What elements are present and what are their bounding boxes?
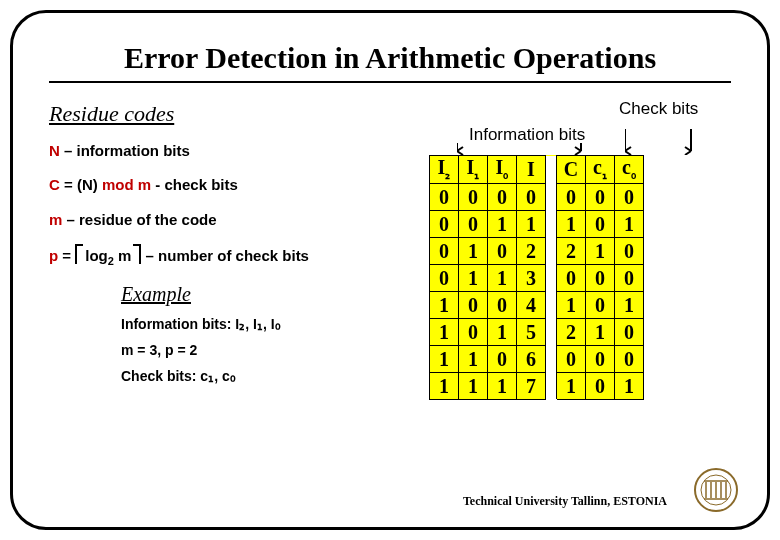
table-cell: 0 [459,184,488,211]
def-n-text: – information bits [60,142,190,159]
svg-line-9 [625,151,631,155]
table-gap [546,211,557,238]
table-cell: 0 [557,265,586,292]
university-seal-icon [693,467,739,513]
table-cell: 0 [586,184,615,211]
svg-line-5 [575,151,581,155]
svg-line-11 [685,151,691,155]
table-labels: Check bits Information bits [429,101,731,155]
table-cell: 1 [586,319,615,346]
col-header: I₁ [459,156,488,184]
example-check-values: c₁, c₀ [200,368,235,384]
col-header: C [557,156,586,184]
table-cell: 1 [430,292,459,319]
table-cell: 1 [488,373,517,400]
table-cell: 0 [430,265,459,292]
example-check-label: Check bits: [121,368,200,384]
table-cell: 0 [430,184,459,211]
symbol-p: p [49,247,58,264]
table-cell: 1 [557,211,586,238]
table-cell: 1 [615,292,644,319]
footer-text: Technical University Tallinn, ESTONIA [463,494,667,509]
table-cell: 0 [488,292,517,319]
table-cell: 2 [517,238,546,265]
table-cell: 0 [586,211,615,238]
def-m-text: – residue of the code [62,211,216,228]
table-cell: 1 [459,265,488,292]
slide-frame: Error Detection in Arithmetic Operations… [10,10,770,530]
slide-title: Error Detection in Arithmetic Operations [49,41,731,75]
table-cell: 5 [517,319,546,346]
log-arg: m [114,247,132,264]
table-cell: 0 [615,319,644,346]
table-gap [546,265,557,292]
table-row: 1106000 [430,346,644,373]
right-column: Check bits Information bits [419,101,731,400]
ceil-left-icon [75,244,83,264]
table-cell: 0 [586,373,615,400]
log-text: log [85,247,108,264]
symbol-m: m [49,211,62,228]
table-gap [546,184,557,211]
table-cell: 1 [615,373,644,400]
col-header: I [517,156,546,184]
table-cell: 1 [557,292,586,319]
left-column: Residue codes N – information bits C = (… [49,101,419,384]
table-cell: 0 [459,211,488,238]
table-gap [546,156,557,184]
example-mp: m = 3, p = 2 [121,342,419,358]
table-cell: 1 [488,211,517,238]
table-row: 1004101 [430,292,644,319]
table-cell: 1 [615,211,644,238]
col-header: I₀ [488,156,517,184]
symbol-c: C [49,176,60,193]
col-header: c₁ [586,156,615,184]
definition-p: p = log2 m – number of check bits [49,244,419,269]
example-block: Example Information bits: I₂, I₁, I₀ m =… [121,283,419,384]
table-cell: 0 [586,265,615,292]
table-cell: 0 [488,238,517,265]
table-cell: 0 [557,184,586,211]
mod-m: mod m [102,176,155,193]
table-row: 1117101 [430,373,644,400]
table-cell: 0 [615,265,644,292]
table-gap [546,346,557,373]
table-cell: 3 [517,265,546,292]
col-header: I₂ [430,156,459,184]
col-header: c₀ [615,156,644,184]
info-bracket-icon [457,109,585,153]
table-cell: 0 [488,346,517,373]
def-c-text1: = (N) [60,176,102,193]
table-cell: 6 [517,346,546,373]
example-title: Example [121,283,419,306]
example-info-values: I₂, I₁, I₀ [235,316,280,332]
table-cell: 0 [557,346,586,373]
table-cell: 0 [459,319,488,346]
table-row: 1015210 [430,319,644,346]
table-cell: 1 [459,346,488,373]
table-cell: 0 [586,292,615,319]
table-cell: 0 [488,184,517,211]
table-cell: 0 [459,292,488,319]
definition-c: C = (N) mod m - check bits [49,175,419,195]
def-p-text2: – number of check bits [141,247,309,264]
table-gap [546,373,557,400]
title-underline [49,81,731,83]
table-cell: 1 [488,265,517,292]
table-cell: 0 [586,346,615,373]
table-cell: 1 [430,346,459,373]
definition-n: N – information bits [49,141,419,161]
table-cell: 1 [517,211,546,238]
symbol-n: N [49,142,60,159]
table-cell: 1 [459,373,488,400]
table-cell: 2 [557,238,586,265]
table-gap [546,292,557,319]
table-row: 0102210 [430,238,644,265]
table-gap [546,238,557,265]
table-row: 0011101 [430,211,644,238]
table-cell: 4 [517,292,546,319]
def-p-eq: = [58,247,75,264]
content-row: Residue codes N – information bits C = (… [49,101,731,400]
table-cell: 0 [615,238,644,265]
table-cell: 0 [430,211,459,238]
